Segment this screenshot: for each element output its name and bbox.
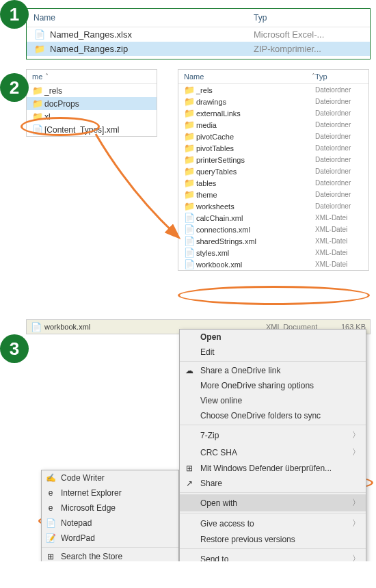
file-row[interactable]: calcChain.xmlXML-Datei <box>178 212 368 224</box>
submenu-item-label: Code Writer <box>61 473 105 483</box>
item-type: Dateiordner <box>315 86 363 94</box>
menu-item-more-onedrive-sharing-options[interactable]: More OneDrive sharing options <box>180 378 366 393</box>
xml-file-icon <box>184 259 193 269</box>
menu-item-label: More OneDrive sharing options <box>200 381 360 390</box>
arrow-xl-to-contents <box>96 134 178 237</box>
submenu-item-search-the-store[interactable]: ⊞Search the Store <box>42 549 178 561</box>
col-name[interactable]: Name <box>33 13 254 23</box>
folder-row[interactable]: tablesDateiordner <box>178 177 368 189</box>
app-icon: 📄 <box>45 518 56 528</box>
menu-separator <box>180 492 366 493</box>
item-name: workbook.xml <box>196 260 315 269</box>
item-type: Dateiordner <box>315 191 363 198</box>
folder-row[interactable]: drawingsDateiordner <box>178 96 368 107</box>
folder-row[interactable]: mediaDateiordner <box>178 119 368 131</box>
step1-panel: Name Typ Named_Ranges.xlsx Microsoft Exc… <box>26 8 371 59</box>
submenu-item-label: Notepad <box>61 518 92 528</box>
item-name: _rels <box>196 86 315 94</box>
menu-item-label: View online <box>200 396 360 405</box>
file-row[interactable]: styles.xmlXML-Datei <box>178 247 368 258</box>
file-row[interactable]: connections.xmlXML-Datei <box>178 224 368 235</box>
file-name: [Content_Types].xml <box>44 125 119 135</box>
menu-item-mit-windows-defender-berpr-fen[interactable]: ⊞Mit Windows Defender überprüfen... <box>180 461 366 476</box>
folder-icon <box>184 143 193 153</box>
menu-item-share[interactable]: ↗Share <box>180 476 366 491</box>
folder-row[interactable]: pivotCacheDateiordner <box>178 131 368 142</box>
item-name: queryTables <box>196 168 315 176</box>
menu-item-share-a-onedrive-link[interactable]: ☁Share a OneDrive link <box>180 363 366 378</box>
menu-item-label: Open <box>200 332 360 342</box>
submenu-item-internet-explorer[interactable]: eInternet Explorer <box>42 485 178 500</box>
step-2-badge: 2 <box>0 73 29 102</box>
submenu-arrow-icon: 〉 <box>352 446 360 458</box>
menu-item-7-zip[interactable]: 7-Zip〉 <box>180 427 366 444</box>
file-type: Microsoft Excel-... <box>254 29 363 40</box>
menu-item-restore-previous-versions[interactable]: Restore previous versions <box>180 532 366 547</box>
folder-name: _rels <box>44 86 62 96</box>
xl-contents-panel: Name ˄ Typ _relsDateiordnerdrawingsDatei… <box>178 69 369 271</box>
step-3-badge: 3 <box>0 334 29 363</box>
submenu-arrow-icon: 〉 <box>352 429 360 441</box>
menu-item-label: CRC SHA <box>200 448 352 457</box>
folder-row[interactable]: themeDateiordner <box>178 189 368 200</box>
menu-item-edit[interactable]: Edit <box>180 345 366 360</box>
folder-row[interactable]: docProps <box>27 97 157 110</box>
folder-name: xl <box>44 112 51 122</box>
col-typ[interactable]: Typ <box>315 72 363 81</box>
file-type: ZIP-komprimier... <box>254 44 363 54</box>
folder-row-xl[interactable]: xl <box>27 110 157 123</box>
menu-item-label: Choose OneDrive folders to sync <box>200 411 360 420</box>
folder-icon <box>184 155 193 165</box>
app-icon: e <box>45 488 56 498</box>
folder-row[interactable]: externalLinksDateiordner <box>178 107 368 119</box>
app-icon: ✍ <box>45 473 56 483</box>
xml-file-icon <box>184 224 193 235</box>
folder-row[interactable]: _relsDateiordner <box>178 84 368 96</box>
col-name[interactable]: Name <box>184 72 309 81</box>
file-row[interactable]: Named_Ranges.zip ZIP-komprimier... <box>27 42 370 56</box>
item-name: theme <box>196 191 315 199</box>
file-row[interactable]: workbook.xmlXML-Datei <box>178 258 368 270</box>
xml-file-icon <box>184 236 193 246</box>
menu-item-crc-sha[interactable]: CRC SHA〉 <box>180 444 366 461</box>
col-typ[interactable]: Typ <box>254 13 363 23</box>
item-name: pivotCache <box>196 133 315 141</box>
file-row[interactable]: Named_Ranges.xlsx Microsoft Excel-... <box>27 27 370 42</box>
mini-header: me ˄ <box>27 70 157 84</box>
menu-item-choose-onedrive-folders-to-sync[interactable]: Choose OneDrive folders to sync <box>180 408 366 423</box>
submenu-item-notepad[interactable]: 📄Notepad <box>42 516 178 531</box>
col-name[interactable]: me <box>32 72 42 81</box>
submenu-item-label: Search the Store <box>61 552 122 561</box>
zip-contents-panel: me ˄ _rels docProps xl [Content_Types].x… <box>26 69 157 137</box>
folder-icon <box>184 120 193 130</box>
file-row[interactable]: [Content_Types].xml <box>27 123 157 136</box>
menu-item-open-with[interactable]: Open with〉 <box>180 494 366 511</box>
menu-item-give-access-to[interactable]: Give access to〉 <box>180 515 366 532</box>
folder-icon <box>184 108 193 118</box>
folder-row[interactable]: pivotTablesDateiordner <box>178 142 368 154</box>
menu-item-label: 7-Zip <box>200 431 352 440</box>
folder-row[interactable]: printerSettingsDateiordner <box>178 154 368 165</box>
folder-row[interactable]: queryTablesDateiordner <box>178 165 368 177</box>
menu-item-view-online[interactable]: View online <box>180 393 366 408</box>
folder-row[interactable]: _rels <box>27 84 157 97</box>
menu-item-icon: ↗ <box>184 479 195 488</box>
submenu-item-code-writer[interactable]: ✍Code Writer <box>42 470 178 485</box>
zip-file-icon <box>33 44 46 54</box>
submenu-item-wordpad[interactable]: 📝WordPad <box>42 531 178 546</box>
item-name: media <box>196 121 315 129</box>
submenu-item-microsoft-edge[interactable]: eMicrosoft Edge <box>42 500 178 516</box>
menu-item-send-to[interactable]: Send to〉 <box>180 550 366 561</box>
item-name: tables <box>196 179 315 187</box>
file-row[interactable]: sharedStrings.xmlXML-Datei <box>178 235 368 247</box>
menu-item-open[interactable]: Open <box>180 330 366 345</box>
xml-file-icon <box>32 124 42 135</box>
context-menu: OpenEdit☁Share a OneDrive linkMore OneDr… <box>179 329 366 561</box>
folder-row[interactable]: worksheetsDateiordner <box>178 200 368 212</box>
item-type: Dateiordner <box>315 179 363 187</box>
file-name: Named_Ranges.zip <box>50 44 254 54</box>
item-name: sharedStrings.xml <box>196 237 315 245</box>
item-type: XML-Datei <box>315 260 363 268</box>
menu-item-label: Share a OneDrive link <box>200 366 360 375</box>
menu-item-icon: ☁ <box>184 366 195 375</box>
